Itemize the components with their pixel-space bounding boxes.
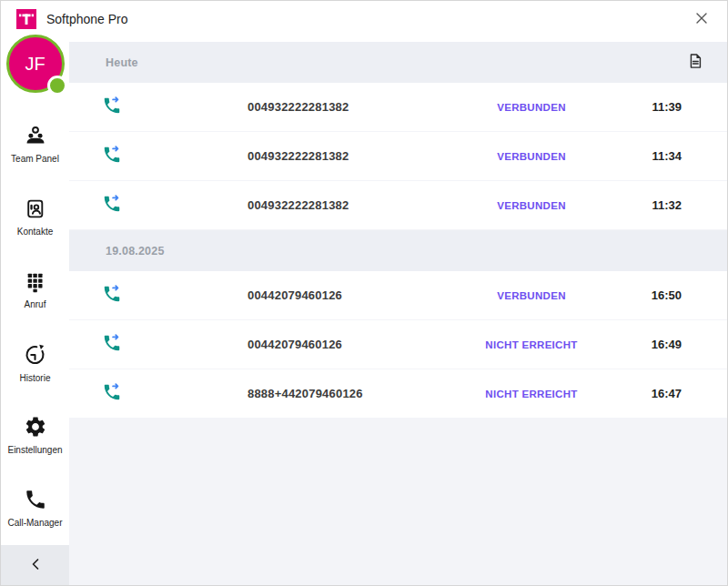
title-bar: Softphone Pro <box>1 1 727 37</box>
sidebar-item-team-panel[interactable]: Team Panel <box>1 107 69 180</box>
history-group: Heute 004932222281382 VERBUNDEN 11:39 <box>69 42 727 229</box>
call-status: VERBUNDEN <box>440 102 622 113</box>
history-group: 19.08.2025 00442079460126 VERBUNDEN 16:5 <box>69 230 727 418</box>
call-row[interactable]: 004932222281382 VERBUNDEN 11:32 <box>69 181 727 229</box>
call-number: 00442079460126 <box>248 288 440 302</box>
close-button[interactable] <box>691 8 713 30</box>
sidebar-nav: Team Panel Kontakte <box>1 107 69 544</box>
call-time: 16:47 <box>622 387 727 400</box>
call-row[interactable]: 004932222281382 VERBUNDEN 11:34 <box>69 132 727 180</box>
history-icon <box>23 342 47 367</box>
gear-icon <box>24 415 47 439</box>
outgoing-call-icon <box>102 284 126 308</box>
call-number: 004932222281382 <box>248 198 440 212</box>
contacts-icon <box>24 197 46 220</box>
history-panel: Heute 004932222281382 VERBUNDEN 11:39 <box>69 37 727 585</box>
sidebar: JF Team Panel <box>1 37 69 545</box>
close-icon <box>695 12 708 27</box>
sidebar-item-kontakte[interactable]: Kontakte <box>1 180 69 253</box>
call-time: 11:39 <box>622 100 727 114</box>
sidebar-item-label: Team Panel <box>11 154 59 164</box>
journal-button[interactable] <box>686 52 704 73</box>
history-list: Heute 004932222281382 VERBUNDEN 11:39 <box>69 42 727 418</box>
dialpad-icon <box>24 270 46 293</box>
call-number: 004932222281382 <box>248 149 440 163</box>
group-header: Heute <box>69 42 727 83</box>
outgoing-call-icon <box>102 145 126 168</box>
call-time: 16:49 <box>622 338 727 351</box>
presence-status-dot <box>47 76 67 96</box>
call-row[interactable]: 00442079460126 NICHT ERREICHT 16:49 <box>69 320 727 369</box>
note-document-icon <box>686 52 704 73</box>
call-status: NICHT ERREICHT <box>440 389 622 399</box>
call-row[interactable]: 004932222281382 VERBUNDEN 11:39 <box>69 83 727 131</box>
collapse-sidebar-button[interactable] <box>1 545 69 585</box>
phone-icon <box>24 488 47 511</box>
app-title: Softphone Pro <box>46 12 128 26</box>
team-panel-icon <box>24 124 47 147</box>
call-time: 11:32 <box>622 198 727 212</box>
outgoing-call-icon <box>102 96 126 119</box>
call-status: NICHT ERREICHT <box>440 339 622 350</box>
call-status: VERBUNDEN <box>440 290 622 301</box>
sidebar-item-label: Einstellungen <box>7 445 62 455</box>
sidebar-item-label: Historie <box>20 373 51 383</box>
call-number: 8888+442079460126 <box>248 387 440 400</box>
sidebar-item-historie[interactable]: Historie <box>1 326 69 399</box>
sidebar-item-anruf[interactable]: Anruf <box>1 253 69 326</box>
call-status: VERBUNDEN <box>440 200 622 211</box>
call-time: 11:34 <box>622 149 727 163</box>
sidebar-item-einstellungen[interactable]: Einstellungen <box>1 399 69 471</box>
group-rows: 00442079460126 VERBUNDEN 16:50 004420794… <box>69 271 727 418</box>
call-status: VERBUNDEN <box>440 151 622 162</box>
sidebar-item-label: Kontakte <box>17 227 53 237</box>
sidebar-item-call-manager[interactable]: Call-Manager <box>1 471 69 544</box>
call-row[interactable]: 8888+442079460126 NICHT ERREICHT 16:47 <box>69 369 727 418</box>
group-header-label: Heute <box>106 56 138 69</box>
call-number: 004932222281382 <box>248 100 440 114</box>
sidebar-item-label: Anruf <box>25 299 46 309</box>
user-avatar[interactable]: JF <box>6 35 65 93</box>
call-row[interactable]: 00442079460126 VERBUNDEN 16:50 <box>69 271 727 319</box>
group-header: 19.08.2025 <box>69 230 727 271</box>
outgoing-call-icon <box>102 382 126 406</box>
outgoing-call-icon <box>102 194 126 217</box>
group-header-label: 19.08.2025 <box>106 245 165 258</box>
call-number: 00442079460126 <box>248 338 440 351</box>
telekom-logo-icon <box>16 9 36 29</box>
chevron-left-icon <box>28 557 43 574</box>
call-time: 16:50 <box>622 288 727 302</box>
outgoing-call-icon <box>102 333 126 357</box>
group-rows: 004932222281382 VERBUNDEN 11:39 00493222… <box>69 83 727 229</box>
sidebar-item-label: Call-Manager <box>7 518 62 528</box>
